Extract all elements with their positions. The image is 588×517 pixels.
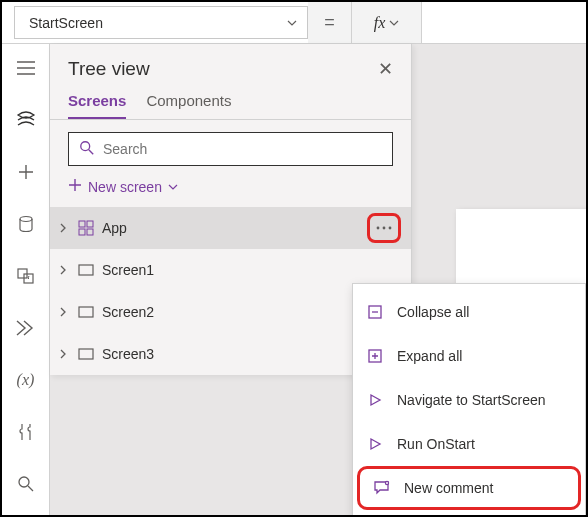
screen-icon: [76, 306, 96, 318]
context-menu: Collapse all Expand all Navigate to Star…: [352, 283, 586, 517]
chevron-down-icon: [287, 18, 297, 28]
tree-view-title: Tree view: [68, 58, 150, 80]
formula-bar: StartScreen = fx: [2, 2, 586, 44]
chevron-right-icon[interactable]: [56, 223, 70, 233]
menu-new-comment[interactable]: New comment: [357, 466, 581, 510]
property-dropdown[interactable]: StartScreen: [14, 6, 308, 39]
more-options-button[interactable]: [367, 213, 401, 243]
menu-item-label: Expand all: [397, 348, 462, 364]
formula-input[interactable]: [422, 2, 586, 43]
data-icon[interactable]: [10, 208, 42, 240]
media-icon[interactable]: [10, 260, 42, 292]
new-screen-button[interactable]: New screen: [50, 174, 411, 207]
main-area: (x) Tree view ✕ Screens Components: [2, 44, 586, 515]
tree-item-app[interactable]: App: [50, 207, 411, 249]
search-icon[interactable]: [10, 468, 42, 500]
menu-navigate[interactable]: Navigate to StartScreen: [353, 378, 585, 422]
menu-collapse-all[interactable]: Collapse all: [353, 290, 585, 334]
tree-view-icon[interactable]: [10, 104, 42, 136]
svg-point-0: [20, 217, 32, 222]
svg-point-9: [377, 226, 380, 229]
play-icon: [365, 390, 385, 410]
chevron-right-icon[interactable]: [56, 349, 70, 359]
search-box[interactable]: [68, 132, 393, 166]
advanced-tools-icon[interactable]: [10, 416, 42, 448]
tree-item-label: Screen1: [102, 262, 403, 278]
svg-point-4: [81, 141, 90, 150]
chevron-down-icon: [168, 179, 178, 195]
equals-cell: =: [308, 2, 352, 43]
chevron-right-icon[interactable]: [56, 307, 70, 317]
collapse-icon: [365, 302, 385, 322]
app-icon: [76, 220, 96, 236]
menu-item-label: Collapse all: [397, 304, 469, 320]
play-icon: [365, 434, 385, 454]
chevron-right-icon[interactable]: [56, 265, 70, 275]
svg-rect-8: [87, 229, 93, 235]
tab-screens[interactable]: Screens: [68, 92, 126, 119]
svg-rect-14: [79, 349, 93, 359]
power-automate-icon[interactable]: [10, 312, 42, 344]
variables-icon[interactable]: (x): [10, 364, 42, 396]
chevron-down-icon: [389, 18, 399, 28]
screen-icon: [76, 264, 96, 276]
search-icon: [79, 140, 95, 159]
svg-rect-7: [79, 229, 85, 235]
close-icon[interactable]: ✕: [378, 58, 393, 80]
menu-item-label: Run OnStart: [397, 436, 475, 452]
svg-point-3: [19, 477, 29, 487]
screen-icon: [76, 348, 96, 360]
equals-label: =: [324, 12, 335, 33]
fx-label: fx: [374, 14, 386, 32]
comment-icon: [372, 478, 392, 498]
hamburger-icon[interactable]: [10, 52, 42, 84]
fx-cell[interactable]: fx: [352, 2, 422, 43]
menu-run-onstart[interactable]: Run OnStart: [353, 422, 585, 466]
menu-item-label: Navigate to StartScreen: [397, 392, 546, 408]
tree-view-tabs: Screens Components: [50, 84, 411, 120]
tab-components[interactable]: Components: [146, 92, 231, 119]
left-rail: (x): [2, 44, 50, 515]
tree-item-label: App: [102, 220, 361, 236]
svg-rect-5: [79, 221, 85, 227]
menu-expand-all[interactable]: Expand all: [353, 334, 585, 378]
svg-point-10: [383, 226, 386, 229]
svg-rect-6: [87, 221, 93, 227]
new-screen-label: New screen: [88, 179, 162, 195]
menu-item-label: New comment: [404, 480, 493, 496]
insert-icon[interactable]: [10, 156, 42, 188]
search-input[interactable]: [103, 141, 382, 157]
svg-rect-13: [79, 307, 93, 317]
svg-point-11: [389, 226, 392, 229]
plus-icon: [68, 178, 82, 195]
svg-rect-12: [79, 265, 93, 275]
property-name: StartScreen: [29, 15, 103, 31]
expand-icon: [365, 346, 385, 366]
